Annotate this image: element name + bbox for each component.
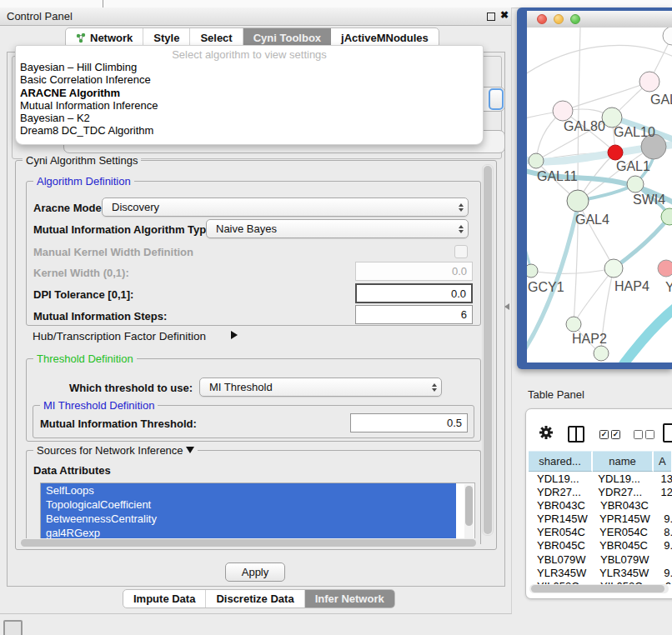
table-cell[interactable]	[662, 499, 665, 512]
combo-stepper-icon	[454, 203, 468, 212]
table-cell[interactable]: 8.	[660, 526, 672, 539]
scrollbar-thumb[interactable]	[465, 486, 473, 526]
tab-infer-network[interactable]: Infer Network	[305, 590, 394, 608]
split-panel-icon[interactable]	[568, 426, 584, 442]
node-partial-top[interactable]	[663, 28, 672, 45]
table-cell[interactable]: YBL079W	[529, 553, 595, 567]
algorithm-option[interactable]: Bayesian – K2	[16, 112, 483, 124]
dock-mini-icon[interactable]	[3, 620, 23, 635]
node-gal4[interactable]	[567, 190, 589, 212]
table-cell[interactable]: 9.	[660, 567, 672, 580]
table-row[interactable]: YDL19...YDL19...13	[529, 472, 672, 486]
node-hap2[interactable]	[566, 317, 581, 332]
table-cell[interactable]: 9.	[660, 512, 672, 526]
settings-vertical-scrollbar[interactable]	[482, 164, 494, 536]
manual-kernel-checkbox[interactable]	[454, 245, 468, 258]
unchecked-checkbox-icon[interactable]	[645, 430, 654, 439]
kernel-width-field[interactable]: 0.0	[355, 262, 473, 281]
node-gcy1[interactable]	[527, 264, 538, 278]
close-traffic-light[interactable]	[537, 14, 547, 24]
algorithm-option[interactable]: ARACNE Algorithm	[16, 87, 483, 99]
table-cell[interactable]: YDR27...	[529, 486, 593, 499]
node-pink-right[interactable]	[658, 260, 672, 277]
table-cell[interactable]: YER054C	[529, 526, 594, 539]
table-row[interactable]: YBR045CYBR045C9.	[529, 539, 672, 552]
network-window-titlebar[interactable]	[527, 11, 672, 28]
algorithm-option[interactable]: Dream8 DC_TDC Algorithm	[16, 124, 483, 137]
attribute-list-item-selected[interactable]: BetweennessCentrality	[41, 512, 456, 526]
node-label: HAP4	[614, 279, 649, 293]
table-cell[interactable]: 9.	[660, 539, 672, 552]
threshold-definition-group: Threshold Definition Which threshold to …	[26, 358, 481, 442]
table-cell[interactable]: YDL19...	[593, 472, 657, 486]
table-horizontal-scrollbar[interactable]	[529, 584, 669, 593]
dpi-tolerance-field[interactable]: 0.0	[355, 283, 473, 303]
table-cell[interactable]	[662, 553, 665, 567]
mi-threshold-field[interactable]: 0.5	[350, 413, 468, 432]
scrollbar-thumb[interactable]	[531, 585, 664, 592]
table-row[interactable]: YBL079WYBL079W	[529, 553, 672, 567]
node-gal80[interactable]	[553, 101, 573, 121]
list-scrollbar[interactable]	[464, 484, 474, 540]
table-cell[interactable]: YER054C	[594, 526, 660, 539]
attribute-list-item-selected[interactable]: TopologicalCoefficient	[41, 498, 456, 512]
mi-steps-field[interactable]: 6	[355, 305, 473, 324]
table-cell[interactable]: YBL079W	[595, 553, 662, 567]
node-hap4[interactable]	[604, 259, 623, 278]
table-cell[interactable]: 13	[658, 472, 672, 486]
tab-impute-data[interactable]: Impute Data	[123, 590, 206, 608]
node-gal11[interactable]	[529, 153, 544, 168]
table-cell[interactable]: YBR045C	[529, 539, 594, 552]
table-row[interactable]: YER054CYER054C8.	[529, 526, 672, 539]
mi-type-combo[interactable]: Naive Bayes	[206, 219, 469, 238]
scrollbar-thumb[interactable]	[484, 166, 492, 534]
table-row[interactable]: YDR27...YDR27...12	[529, 486, 672, 499]
column-header-partial[interactable]: A	[654, 451, 671, 472]
table-cell[interactable]: YBR043C	[529, 499, 595, 512]
table-cell[interactable]: YPR145W	[594, 512, 660, 526]
splitter-collapse-icon[interactable]	[504, 303, 509, 310]
zoom-traffic-light[interactable]	[570, 14, 580, 24]
data-attributes-list[interactable]: SelfLoopsTopologicalCoefficientBetweenne…	[40, 482, 475, 542]
table-cell[interactable]: 12	[658, 486, 672, 499]
node-gal1-red[interactable]	[608, 145, 623, 160]
kernel-width-label: Kernel Width (0,1):	[33, 267, 129, 279]
new-table-icon[interactable]	[663, 423, 672, 442]
expand-arrow-icon[interactable]	[231, 331, 238, 339]
table-cell[interactable]: YBR045C	[594, 539, 660, 552]
column-header-name[interactable]: name	[593, 451, 654, 472]
table-row[interactable]: YBR043CYBR043C	[529, 499, 672, 512]
combo-focus-button[interactable]	[489, 88, 504, 110]
node-bottom[interactable]	[594, 346, 609, 361]
column-header-shared-name[interactable]: shared...	[529, 451, 593, 472]
which-threshold-combo[interactable]: MI Threshold	[199, 378, 442, 397]
unchecked-checkbox-icon[interactable]	[634, 430, 643, 439]
table-row[interactable]: YLR345WYLR345W9.	[529, 567, 672, 580]
node-swi4[interactable]	[627, 176, 644, 192]
attribute-list-item-selected[interactable]: SelfLoops	[41, 483, 456, 498]
apply-button[interactable]: Apply	[225, 562, 285, 582]
gear-icon[interactable]	[539, 425, 554, 440]
table-row[interactable]: YPR145WYPR145W9.	[529, 512, 672, 526]
tab-discretize-data[interactable]: Discretize Data	[206, 590, 304, 608]
table-cell[interactable]: YLR345W	[594, 567, 660, 580]
algorithm-option[interactable]: Bayesian – Hill Climbing	[16, 61, 483, 73]
settings-horizontal-scrollbar[interactable]	[19, 538, 479, 548]
table-cell[interactable]: YBR043C	[595, 499, 662, 512]
table-cell[interactable]: YPR145W	[529, 512, 594, 526]
algorithm-option[interactable]: Mutual Information Inference	[16, 99, 483, 112]
aracne-mode-combo[interactable]: Discovery	[102, 198, 469, 217]
checked-checkbox-icon[interactable]: ✓	[611, 430, 620, 439]
minimize-traffic-light[interactable]	[554, 14, 564, 24]
table-cell[interactable]: YLR345W	[529, 567, 594, 580]
algorithm-option[interactable]: Basic Correlation Inference	[16, 73, 483, 86]
float-window-icon[interactable]	[487, 12, 495, 21]
table-cell[interactable]: YDL19...	[529, 472, 593, 486]
node-gal-partial[interactable]	[639, 72, 659, 92]
collapse-arrow-icon[interactable]	[186, 447, 194, 453]
close-icon[interactable]: ✖	[500, 9, 509, 21]
checked-checkbox-icon[interactable]: ✓	[599, 430, 609, 439]
table-cell[interactable]: YDR27...	[593, 486, 657, 499]
scrollbar-thumb[interactable]	[21, 539, 476, 547]
network-canvas[interactable]: GAL GAL80 GAL10 GAL1 GAL11 SWI4 GAL4 GCY…	[527, 28, 672, 362]
